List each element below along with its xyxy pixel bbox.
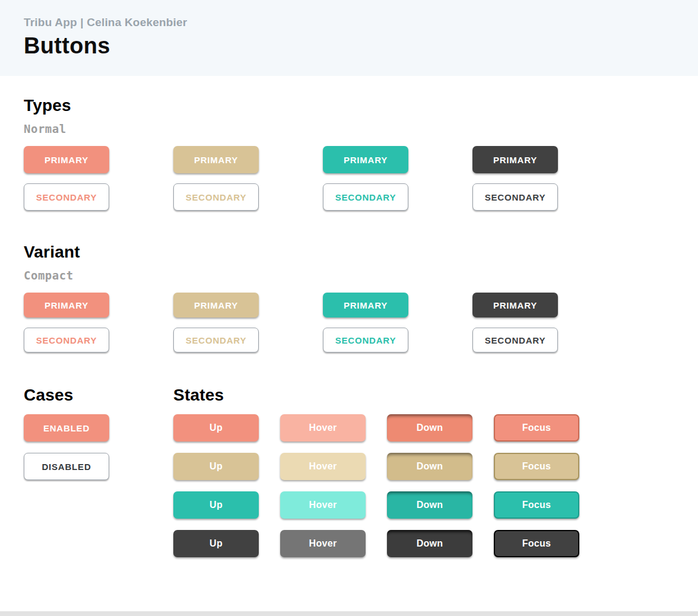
state-button-dark-focus[interactable]: Focus <box>494 530 579 557</box>
secondary-button-teal-normal[interactable]: SECONDARY <box>323 183 408 211</box>
secondary-button-tan-compact[interactable]: SECONDARY <box>173 328 259 353</box>
states-grid: Up Hover Down Focus Up Hover Down Focus … <box>173 414 674 557</box>
cases-stack: ENABLED DISABLED <box>24 414 173 480</box>
page-header: Tribu App | Celina Koekenbier Buttons <box>0 0 698 76</box>
variant-heading: Variant <box>24 243 674 262</box>
secondary-button-salmon-normal[interactable]: SECONDARY <box>24 183 109 211</box>
section-cases-states: Cases ENABLED DISABLED States Up Hover D… <box>24 386 674 557</box>
state-button-tan-down[interactable]: Down <box>387 453 472 480</box>
secondary-button-dark-compact[interactable]: SECONDARY <box>472 328 558 353</box>
breadcrumb-subtitle: Tribu App | Celina Koekenbier <box>24 0 698 29</box>
state-button-teal-hover[interactable]: Hover <box>280 491 366 519</box>
variant-secondary-row: SECONDARY SECONDARY SECONDARY SECONDARY <box>24 328 674 353</box>
cases-heading: Cases <box>24 386 173 405</box>
state-button-dark-up[interactable]: Up <box>173 530 259 557</box>
primary-button-tan-normal[interactable]: PRIMARY <box>173 146 259 173</box>
types-primary-row: PRIMARY PRIMARY PRIMARY PRIMARY <box>24 146 674 173</box>
state-button-salmon-down[interactable]: Down <box>387 414 472 442</box>
state-button-tan-focus[interactable]: Focus <box>494 453 579 480</box>
types-secondary-row: SECONDARY SECONDARY SECONDARY SECONDARY <box>24 183 674 211</box>
state-button-salmon-focus[interactable]: Focus <box>494 414 579 442</box>
mode-label-compact: Compact <box>24 269 674 282</box>
variant-primary-row: PRIMARY PRIMARY PRIMARY PRIMARY <box>24 293 674 317</box>
state-button-dark-hover[interactable]: Hover <box>280 530 366 557</box>
section-variant: Variant Compact PRIMARY PRIMARY PRIMARY … <box>24 243 674 353</box>
state-button-salmon-up[interactable]: Up <box>173 414 259 442</box>
secondary-button-salmon-compact[interactable]: SECONDARY <box>24 328 109 353</box>
page-title: Buttons <box>24 33 698 59</box>
primary-button-teal-normal[interactable]: PRIMARY <box>323 146 408 173</box>
primary-button-salmon-compact[interactable]: PRIMARY <box>24 293 109 317</box>
primary-button-salmon-normal[interactable]: PRIMARY <box>24 146 109 173</box>
enabled-button[interactable]: ENABLED <box>24 414 109 442</box>
primary-button-teal-compact[interactable]: PRIMARY <box>323 293 408 317</box>
state-button-dark-down[interactable]: Down <box>387 530 472 557</box>
states-heading: States <box>173 386 674 405</box>
state-button-teal-down[interactable]: Down <box>387 491 472 519</box>
state-button-salmon-hover[interactable]: Hover <box>280 414 366 442</box>
disabled-button: DISABLED <box>24 453 109 480</box>
state-button-teal-up[interactable]: Up <box>173 491 259 519</box>
secondary-button-teal-compact[interactable]: SECONDARY <box>323 328 408 353</box>
state-button-tan-hover[interactable]: Hover <box>280 453 366 480</box>
state-button-teal-focus[interactable]: Focus <box>494 491 579 519</box>
section-cases: Cases ENABLED DISABLED <box>24 386 173 557</box>
state-button-tan-up[interactable]: Up <box>173 453 259 480</box>
mode-label-normal: Normal <box>24 122 674 135</box>
primary-button-dark-normal[interactable]: PRIMARY <box>472 146 558 173</box>
content-area: Types Normal PRIMARY PRIMARY PRIMARY PRI… <box>0 96 698 557</box>
horizontal-scrollbar-track[interactable] <box>0 611 698 616</box>
primary-button-dark-compact[interactable]: PRIMARY <box>472 293 558 317</box>
primary-button-tan-compact[interactable]: PRIMARY <box>173 293 259 317</box>
section-states: States Up Hover Down Focus Up Hover Down… <box>173 386 674 557</box>
secondary-button-tan-normal[interactable]: SECONDARY <box>173 183 259 211</box>
types-heading: Types <box>24 96 674 115</box>
secondary-button-dark-normal[interactable]: SECONDARY <box>472 183 558 211</box>
section-types: Types Normal PRIMARY PRIMARY PRIMARY PRI… <box>24 96 674 211</box>
